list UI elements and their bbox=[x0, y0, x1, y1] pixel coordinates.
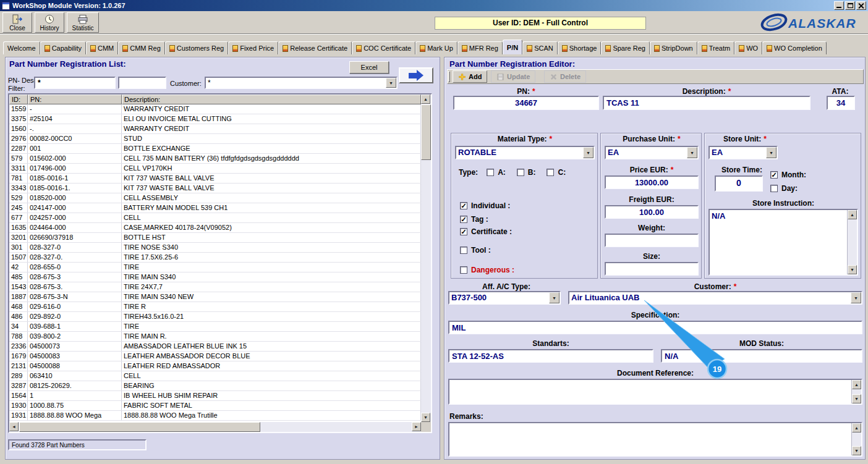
remarks-textarea[interactable]: ▲ ▼ bbox=[448, 422, 862, 457]
table-row[interactable]: 579015602-000CELL 735 MAIN BATTERY (36) … bbox=[9, 154, 421, 164]
table-row[interactable]: 15641IB WHEEL HUB SHIM REPAIR bbox=[9, 391, 421, 401]
tab-wo[interactable]: WO bbox=[734, 41, 762, 54]
tab-customers-reg[interactable]: Customers Reg bbox=[165, 41, 228, 54]
day-checkbox[interactable] bbox=[770, 185, 778, 192]
table-row[interactable]: 1507028-327-0.TIRE 17.5X6.25-6 bbox=[9, 253, 421, 263]
scroll-up-icon[interactable]: ▲ bbox=[848, 210, 857, 219]
freight-eur-field[interactable]: 100.00 bbox=[605, 205, 699, 219]
tab-p-n[interactable]: P/N bbox=[503, 40, 522, 54]
scroll-right-icon[interactable]: ► bbox=[412, 422, 421, 431]
dropdown-arrow-icon[interactable]: ▼ bbox=[386, 78, 396, 88]
go-button[interactable] bbox=[399, 67, 433, 83]
pn-field[interactable]: 34667 bbox=[453, 96, 599, 110]
table-row[interactable]: 677024257-000CELL bbox=[9, 213, 421, 223]
ata-field[interactable]: 34 bbox=[827, 96, 855, 110]
textarea-scrollbar[interactable]: ▲ ▼ bbox=[851, 380, 861, 403]
column-header-pn[interactable]: PN: bbox=[28, 95, 122, 104]
tab-stripdown[interactable]: StripDown bbox=[650, 41, 697, 54]
customer-filter-select[interactable]: * ▼ bbox=[205, 77, 398, 89]
scroll-down-icon[interactable]: ▼ bbox=[852, 394, 861, 403]
column-header-id[interactable]: ID: bbox=[9, 95, 28, 104]
table-row[interactable]: 1635024464-000CASE,MARKED 40178-24(V0905… bbox=[9, 223, 421, 233]
history-button[interactable]: History bbox=[35, 12, 64, 33]
type-c-checkbox[interactable] bbox=[547, 169, 554, 176]
individual-checkbox[interactable]: ✓ bbox=[460, 202, 467, 209]
table-row[interactable]: 328708125-20629.BEARING bbox=[9, 381, 421, 391]
table-row[interactable]: 468029-616-0TIRE R bbox=[9, 302, 421, 312]
table-row[interactable]: 529018520-000CELL ASSEMBLY bbox=[9, 193, 421, 203]
table-row[interactable]: 19311888.88.88 WOO Mega1888.88.88 WOO Me… bbox=[9, 411, 421, 421]
table-row[interactable]: 1887028-675-3-NTIRE MAIN S340 NEW bbox=[9, 292, 421, 302]
month-checkbox[interactable]: ✓ bbox=[770, 171, 778, 179]
tab-cmm[interactable]: CMM bbox=[86, 41, 118, 54]
dangerous-checkbox[interactable] bbox=[460, 266, 467, 274]
table-row[interactable]: 289063410CELL bbox=[9, 371, 421, 381]
tab-spare-reg[interactable]: Spare Reg bbox=[601, 41, 650, 54]
tab-cmm-reg[interactable]: CMM Reg bbox=[118, 41, 165, 54]
table-row[interactable]: 233604500073AMBASSADOR LEATHER BLUE INK … bbox=[9, 342, 421, 352]
size-field[interactable] bbox=[605, 262, 699, 276]
textarea-scrollbar[interactable]: ▲ ▼ bbox=[847, 210, 857, 274]
table-row[interactable]: 485028-675-3TIRE MAIN S340 bbox=[9, 272, 421, 282]
dropdown-arrow-icon[interactable]: ▼ bbox=[766, 147, 777, 158]
table-row[interactable]: 42028-655-0TIRE bbox=[9, 263, 421, 272]
certificate-checkbox[interactable]: ✓ bbox=[460, 228, 467, 235]
tab-capability[interactable]: Capability bbox=[40, 41, 86, 54]
document-reference-textarea[interactable]: ▲ ▼ bbox=[448, 379, 862, 405]
excel-button[interactable]: Excel bbox=[349, 61, 389, 74]
vertical-scrollbar-thumb[interactable] bbox=[421, 104, 431, 160]
table-row[interactable]: 3201026690/37918BOTTLE HST bbox=[9, 233, 421, 243]
desc-filter-input[interactable] bbox=[118, 77, 166, 89]
customer-select[interactable]: Air Lituanica UAB ▼ bbox=[568, 291, 862, 305]
price-eur-field[interactable]: 13000.00 bbox=[605, 175, 699, 189]
description-field[interactable]: TCAS 11 bbox=[603, 96, 811, 110]
horizontal-scrollbar-thumb[interactable] bbox=[19, 422, 260, 432]
table-row[interactable]: 33430185-0016-1.KIT 737 WASTE BALL VALVE bbox=[9, 183, 421, 193]
scroll-up-icon[interactable]: ▲ bbox=[852, 423, 861, 432]
textarea-scrollbar[interactable]: ▲ ▼ bbox=[851, 423, 861, 455]
type-a-checkbox[interactable] bbox=[487, 169, 494, 176]
table-row[interactable]: 19301000.88.75FABRIC SOFT METAL bbox=[9, 401, 421, 411]
tab-scan[interactable]: SCAN bbox=[522, 41, 558, 54]
tab-fixed-price[interactable]: Fixed Price bbox=[228, 41, 278, 54]
aff-ac-type-select[interactable]: B737-500 ▼ bbox=[448, 291, 561, 305]
vertical-scrollbar[interactable]: ▲ ▼ bbox=[421, 95, 431, 422]
tab-release-certificate[interactable]: Release Certificate bbox=[278, 41, 352, 54]
scroll-up-icon[interactable]: ▲ bbox=[852, 380, 861, 389]
table-row[interactable]: 1559-WARRANTY CREDIT bbox=[9, 104, 421, 114]
column-header-description[interactable]: Description: bbox=[122, 95, 421, 104]
weight-field[interactable] bbox=[605, 234, 699, 247]
table-row[interactable]: 1560-.WARRANTY CREDIT bbox=[9, 124, 421, 134]
store-unit-select[interactable]: EA ▼ bbox=[708, 146, 778, 159]
mod-status-field[interactable]: N/A bbox=[661, 349, 862, 363]
tag-checkbox[interactable]: ✓ bbox=[460, 216, 467, 223]
tab-treatm[interactable]: Treatm bbox=[697, 41, 734, 54]
table-row[interactable]: 301028-327-0TIRE NOSE S340 bbox=[9, 243, 421, 253]
store-instruction-textarea[interactable]: N/A ▲ ▼ bbox=[708, 209, 858, 276]
tab-shortage[interactable]: Shortage bbox=[558, 41, 602, 54]
scroll-down-icon[interactable]: ▼ bbox=[852, 446, 861, 455]
pn-filter-input[interactable]: * bbox=[34, 77, 116, 89]
store-time-field[interactable]: 0 bbox=[715, 175, 763, 192]
scroll-up-icon[interactable]: ▲ bbox=[421, 95, 430, 104]
table-row[interactable]: 167904500083LEATHER AMBASSADOR DECOR BLU… bbox=[9, 352, 421, 361]
table-row[interactable]: 34039-688-1TIRE bbox=[9, 322, 421, 332]
type-b-checkbox[interactable] bbox=[517, 169, 524, 176]
add-button[interactable]: Add bbox=[453, 70, 487, 83]
table-row[interactable]: 297600082-00CC0STUD bbox=[9, 134, 421, 144]
tab-wo-completion[interactable]: WO Completion bbox=[762, 41, 827, 54]
minimize-button[interactable] bbox=[834, 1, 844, 10]
statistic-button[interactable]: Statistic bbox=[67, 12, 99, 33]
scroll-left-icon[interactable]: ◄ bbox=[9, 422, 19, 431]
table-row[interactable]: 3375#25104ELI OU INVOICE METAL CUTTING bbox=[9, 114, 421, 124]
table-row[interactable]: 788039-800-2TIRE MAIN R. bbox=[9, 332, 421, 342]
material-type-select[interactable]: ROTABLE ▼ bbox=[455, 146, 595, 159]
table-row[interactable]: 7810185-0016-1KIT 737 WASTE BALL VALVE bbox=[9, 174, 421, 183]
standarts-field[interactable]: STA 12-52-AS bbox=[448, 349, 653, 363]
specification-field[interactable]: MIL bbox=[448, 321, 862, 334]
tab-mark-up[interactable]: Mark Up bbox=[415, 41, 457, 54]
horizontal-scrollbar[interactable]: ◄ ► bbox=[9, 422, 421, 432]
tool-checkbox[interactable] bbox=[460, 247, 467, 254]
dropdown-arrow-icon[interactable]: ▼ bbox=[549, 292, 560, 303]
close-window-button[interactable] bbox=[856, 1, 866, 10]
